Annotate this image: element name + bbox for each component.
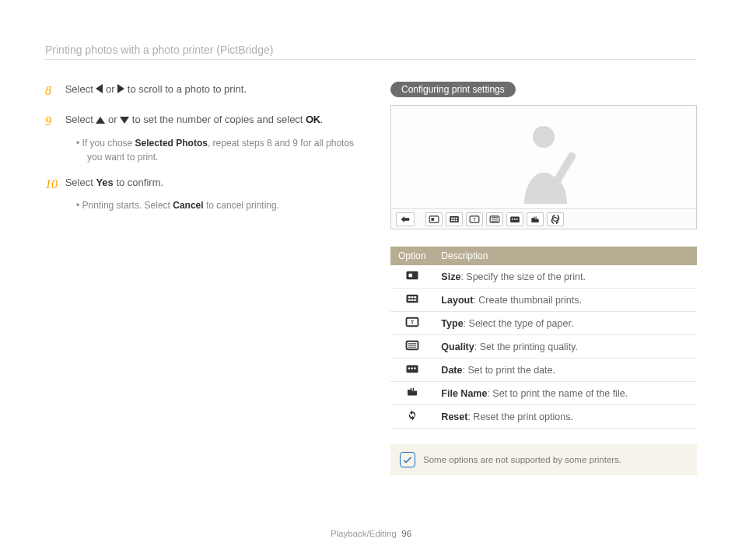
silhouette-icon (489, 112, 598, 205)
opt-desc: : Set to print the name of the file. (487, 388, 628, 399)
text: Select (65, 114, 96, 125)
step-9-sub: If you chose Selected Photos, repeat ste… (76, 136, 356, 164)
opt-desc: : Set the printing quality. (474, 341, 578, 352)
arrow-down-icon (120, 117, 129, 124)
note-text: Some options are not supported by some p… (423, 455, 621, 464)
opt-name: Size (441, 271, 460, 282)
layout-icon (390, 289, 433, 312)
table-row: TType: Select the type of paper. (390, 312, 697, 335)
opt-desc: : Reset the print options. (467, 411, 573, 422)
text: or (106, 83, 117, 95)
section-pill: Configuring print settings (390, 82, 516, 97)
svg-rect-31 (408, 368, 409, 369)
th-description: Description (433, 247, 697, 265)
text: If you chose (82, 138, 135, 149)
size-button[interactable] (425, 212, 443, 226)
opt-desc: : Create thumbnail prints. (473, 295, 582, 306)
opt-name: Type (441, 318, 463, 329)
date-button[interactable] (506, 212, 523, 226)
svg-rect-23 (414, 296, 416, 298)
step-10: 10 Select Yes to confirm. Printing start… (45, 175, 356, 213)
preview-pane: T (390, 105, 697, 229)
svg-rect-35 (412, 388, 414, 391)
opt-name: Layout (441, 295, 473, 306)
arrow-right-icon (117, 84, 124, 93)
settings-column: Configuring print settings T (390, 82, 697, 475)
svg-rect-15 (516, 218, 518, 219)
table-row: Layout: Create thumbnail prints. (390, 289, 697, 312)
arrow-up-icon (96, 117, 105, 124)
reset-icon (390, 405, 433, 429)
footer-section: Playback/Editing (331, 529, 397, 538)
text: or (108, 114, 120, 125)
text: . (320, 114, 324, 125)
svg-rect-14 (514, 218, 516, 219)
back-button[interactable] (396, 212, 415, 226)
text: to cancel printing. (204, 200, 279, 211)
step-9: 9 Select or to set the number of copies … (45, 112, 356, 164)
table-row: Date: Set to print the date. (390, 359, 697, 382)
svg-rect-7 (453, 219, 455, 221)
opt-name: File Name (441, 388, 487, 399)
text: to scroll to a photo to print. (128, 83, 247, 95)
svg-rect-26 (414, 299, 416, 301)
svg-rect-1 (432, 218, 435, 221)
note-box: Some options are not supported by some p… (390, 444, 697, 475)
svg-rect-4 (453, 217, 455, 219)
table-row: File Name: Set to print the name of the … (390, 382, 697, 405)
table-row: Reset: Reset the print options. (390, 405, 697, 429)
reset-button[interactable] (547, 212, 564, 226)
table-row: Quality: Set the printing quality. (390, 335, 697, 359)
svg-rect-19 (408, 274, 412, 278)
steps-column: 8 Select or to scroll to a photo to prin… (45, 82, 356, 475)
svg-text:T: T (411, 320, 415, 325)
size-icon (390, 265, 433, 289)
type-icon: T (390, 312, 433, 335)
text: to set the number of copies and select (132, 114, 306, 125)
type-button[interactable]: T (466, 212, 483, 226)
svg-rect-33 (414, 368, 415, 369)
step-8: 8 Select or to scroll to a photo to prin… (45, 82, 356, 101)
svg-rect-2 (450, 215, 459, 222)
text-bold: Yes (96, 177, 113, 188)
svg-rect-13 (512, 218, 513, 219)
text: Printing starts. Select (82, 200, 173, 211)
step-number: 8 (45, 82, 62, 101)
footer-page: 96 (401, 529, 411, 538)
step-number: 10 (45, 175, 62, 194)
filename-button[interactable] (527, 212, 544, 226)
options-table: Option Description Size: Specify the siz… (390, 247, 697, 429)
table-row: Size: Specify the size of the print. (390, 265, 697, 289)
text: to confirm. (114, 177, 163, 188)
text-bold: Cancel (173, 200, 203, 211)
text: Select (65, 83, 96, 95)
quality-button[interactable] (486, 212, 503, 226)
svg-rect-34 (410, 388, 411, 391)
opt-name: Date (441, 365, 462, 376)
svg-rect-3 (451, 217, 453, 219)
step-number: 9 (45, 112, 62, 131)
filename-icon (390, 382, 433, 405)
quality-icon (390, 335, 433, 359)
opt-desc: : Specify the size of the print. (460, 271, 586, 282)
date-icon (390, 359, 433, 382)
th-option: Option (390, 247, 433, 265)
arrow-left-icon (96, 84, 103, 93)
text: Select (65, 177, 96, 188)
ok-label: OK (306, 114, 320, 125)
svg-text:T: T (473, 217, 476, 222)
svg-rect-6 (451, 219, 453, 221)
layout-button[interactable] (446, 212, 463, 226)
svg-rect-20 (406, 295, 418, 303)
svg-rect-32 (411, 368, 412, 369)
svg-rect-5 (456, 217, 457, 219)
note-icon (400, 452, 415, 467)
opt-desc: : Select the type of paper. (464, 318, 574, 329)
svg-rect-8 (456, 219, 457, 221)
page-footer: Playback/Editing 96 (0, 529, 742, 538)
svg-rect-25 (411, 299, 413, 301)
svg-rect-16 (534, 216, 534, 219)
page-header: Printing photos with a photo printer (Pi… (45, 44, 697, 60)
svg-rect-21 (408, 296, 410, 298)
opt-desc: : Set to print the date. (462, 365, 555, 376)
